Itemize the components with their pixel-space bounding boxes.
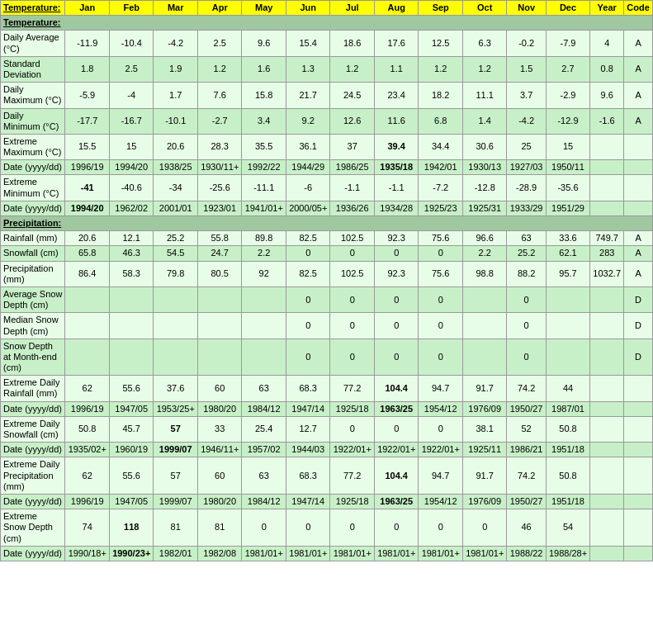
row-label: Median Snow Depth (cm) <box>1 313 65 339</box>
table-cell <box>197 313 242 339</box>
table-cell: 15 <box>109 134 154 159</box>
table-cell: 283 <box>590 246 624 261</box>
table-cell: 1994/20 <box>109 160 154 175</box>
table-cell: 18.2 <box>419 83 463 108</box>
table-cell: 749.7 <box>590 231 624 246</box>
table-cell: 74 <box>65 509 110 547</box>
table-cell: D <box>624 339 653 376</box>
table-cell <box>590 339 624 376</box>
table-cell: 0 <box>462 509 507 547</box>
table-cell: -12.8 <box>462 175 507 201</box>
table-cell: 1981/01+ <box>286 546 330 561</box>
table-cell: -10.1 <box>154 108 198 134</box>
table-cell: 36.1 <box>286 134 330 159</box>
table-cell: 1.9 <box>154 56 198 82</box>
table-cell: -17.7 <box>65 108 110 134</box>
table-cell: 92.3 <box>374 231 419 246</box>
section-header: Temperature: <box>1 16 653 31</box>
table-cell: 1963/25 <box>374 401 419 416</box>
table-cell <box>624 201 653 215</box>
table-cell: 1990/23+ <box>109 546 154 561</box>
table-cell: 63 <box>242 457 286 495</box>
table-cell: 11.1 <box>462 83 507 108</box>
table-cell: -6 <box>286 175 330 201</box>
row-label: Extreme Maximum (°C) <box>1 134 65 159</box>
table-cell: 44 <box>546 376 590 401</box>
table-cell: 1.5 <box>507 56 546 82</box>
table-cell: A <box>624 83 653 108</box>
table-cell: 0 <box>374 509 419 547</box>
table-cell: 1996/19 <box>65 494 110 509</box>
table-cell: 0 <box>374 416 419 442</box>
table-cell: 0 <box>286 246 330 261</box>
row-label: Date (yyyy/dd) <box>1 494 65 509</box>
table-cell: 1954/12 <box>419 494 463 509</box>
table-cell: -35.6 <box>546 175 590 201</box>
table-cell: 0 <box>330 313 375 339</box>
table-cell: 1.2 <box>330 56 375 82</box>
table-cell: 0 <box>419 416 463 442</box>
table-cell <box>624 376 653 401</box>
table-cell: 1960/19 <box>109 443 154 457</box>
table-cell: 30.6 <box>462 134 507 159</box>
table-cell: -2.9 <box>546 83 590 108</box>
table-cell: A <box>624 56 653 82</box>
table-cell: 91.7 <box>462 376 507 401</box>
table-cell <box>65 313 110 339</box>
table-cell: 57 <box>154 457 198 495</box>
table-cell: -34 <box>154 175 198 201</box>
table-cell: 1947/14 <box>286 494 330 509</box>
table-cell: 4 <box>590 31 624 56</box>
table-cell: 1947/05 <box>109 494 154 509</box>
climate-table: Temperature: Jan Feb Mar Apr May Jun Jul… <box>0 0 653 561</box>
header-jul: Jul <box>330 1 375 16</box>
table-cell: 1.3 <box>286 56 330 82</box>
table-cell: 15 <box>546 134 590 159</box>
table-cell: 24.5 <box>330 83 375 108</box>
table-cell <box>590 457 624 495</box>
table-cell: 68.3 <box>286 457 330 495</box>
table-cell: 2.5 <box>197 31 242 56</box>
table-cell: -1.6 <box>590 108 624 134</box>
table-cell <box>154 313 198 339</box>
table-cell: 23.4 <box>374 83 419 108</box>
table-cell: 0 <box>242 509 286 547</box>
table-cell: 33 <box>197 416 242 442</box>
table-cell <box>462 286 507 312</box>
table-cell: 1923/01 <box>197 201 242 215</box>
table-cell <box>624 546 653 561</box>
table-cell <box>462 313 507 339</box>
table-cell: 102.5 <box>330 261 375 286</box>
table-cell: 55.8 <box>197 231 242 246</box>
table-cell: 46 <box>507 509 546 547</box>
table-cell: -4.2 <box>507 108 546 134</box>
table-cell: 0 <box>286 286 330 312</box>
table-cell: 2.2 <box>242 246 286 261</box>
table-cell: 1992/22 <box>242 160 286 175</box>
table-cell: 1981/01+ <box>419 546 463 561</box>
table-cell: 2.2 <box>462 246 507 261</box>
table-cell: 1981/01+ <box>242 546 286 561</box>
table-cell: 1951/18 <box>546 443 590 457</box>
table-cell: 21.7 <box>286 83 330 108</box>
table-cell: 1950/11 <box>546 160 590 175</box>
row-label: Rainfall (mm) <box>1 231 65 246</box>
table-cell: -4.2 <box>154 31 198 56</box>
table-cell <box>546 286 590 312</box>
table-cell: 88.2 <box>507 261 546 286</box>
table-cell: 92.3 <box>374 261 419 286</box>
table-cell: 1.2 <box>197 56 242 82</box>
table-cell: -2.7 <box>197 108 242 134</box>
table-cell: 1925/18 <box>330 401 375 416</box>
table-cell: 55.6 <box>109 457 154 495</box>
table-cell: 12.1 <box>109 231 154 246</box>
table-cell: 33.6 <box>546 231 590 246</box>
table-cell: 1986/25 <box>330 160 375 175</box>
table-cell: 1947/05 <box>109 401 154 416</box>
table-cell: 0 <box>374 286 419 312</box>
table-cell: 1981/01+ <box>374 546 419 561</box>
table-cell: 1976/09 <box>462 401 507 416</box>
header-sep: Sep <box>419 1 463 16</box>
table-cell: 0 <box>330 339 375 376</box>
row-label: Standard Deviation <box>1 56 65 82</box>
